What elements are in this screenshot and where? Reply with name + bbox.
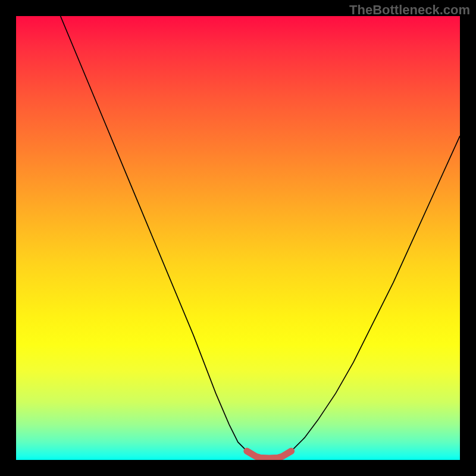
chart-frame: TheBottleneck.com bbox=[0, 0, 476, 476]
curve-layer bbox=[16, 16, 460, 460]
plot-area bbox=[16, 16, 460, 460]
left-descent-curve bbox=[61, 16, 247, 451]
right-ascent-curve bbox=[292, 136, 460, 451]
watermark-text: TheBottleneck.com bbox=[349, 2, 470, 18]
bottom-plateau-curve bbox=[247, 451, 292, 458]
